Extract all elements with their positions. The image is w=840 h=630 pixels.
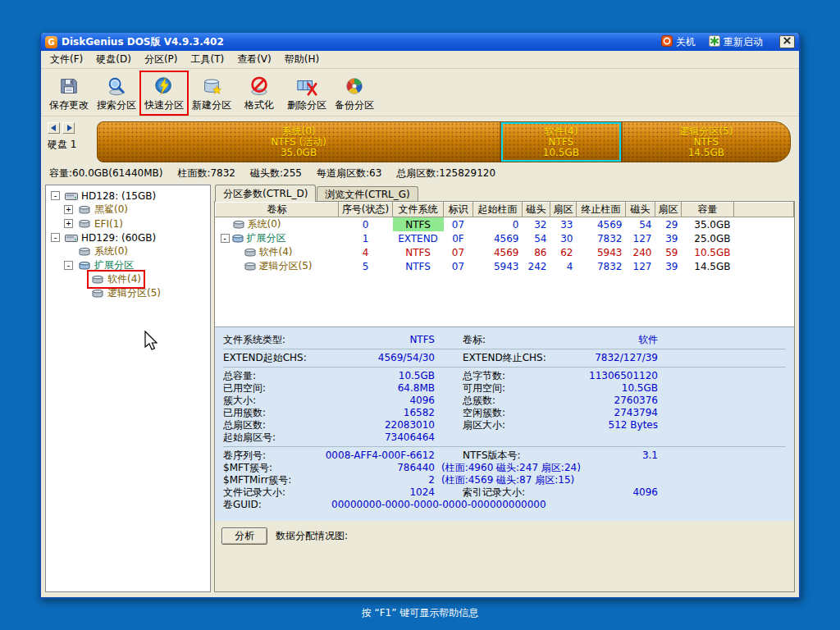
disk-bar-segment[interactable]: 系统(0)NTFS (活动)35.0GB: [98, 122, 501, 162]
column-header[interactable]: 扇区: [550, 203, 577, 217]
tree-item-label: HD129: (60GB): [81, 232, 156, 244]
menu-item[interactable]: 工具(T): [184, 51, 231, 68]
partition-row[interactable]: 系统(0)0NTFS07032334569542935.0GB: [216, 217, 794, 232]
segment-fs: NTFS: [694, 137, 719, 148]
disk-info-item: 柱面数:7832: [177, 167, 235, 179]
detail-value: 22083010: [323, 419, 435, 431]
search-icon: [106, 75, 127, 98]
toolbar: 保存更改搜索分区快速分区新建分区格式化删除分区备份分区: [41, 69, 799, 116]
tree-item-label: HD128: (15GB): [81, 190, 156, 202]
prev-disk-button[interactable]: [48, 122, 60, 134]
toolbar-button[interactable]: 格式化: [236, 72, 282, 114]
detail-value: 64.8MB: [323, 382, 435, 395]
next-disk-button[interactable]: [62, 122, 75, 134]
tree-item-label: 软件(4): [107, 272, 141, 286]
toolbar-button[interactable]: 新建分区: [189, 72, 235, 114]
restart-icon: [709, 35, 720, 49]
disk-icon: [65, 233, 78, 243]
tree-item[interactable]: +黑鲨(0): [48, 203, 208, 217]
detail-row: 文件记录大小:1024索引记录大小:4096: [215, 486, 794, 499]
menu-item[interactable]: 分区(P): [138, 51, 185, 68]
column-header[interactable]: 终止柱面: [577, 203, 626, 217]
menu-item[interactable]: 硬盘(D): [89, 51, 138, 68]
partition-cell: 30: [550, 231, 577, 245]
toolbar-button[interactable]: 备份分区: [331, 72, 377, 114]
column-header[interactable]: 标识: [444, 203, 473, 217]
disk-bar-segment[interactable]: 软件(4)NTFS10.5GB: [501, 122, 623, 162]
detail-value: 1024: [323, 486, 435, 499]
column-header[interactable]: 起始柱面: [473, 203, 523, 217]
tree-item[interactable]: 软件(4): [48, 272, 208, 286]
detail-label: EXTEND起始CHS:: [223, 352, 323, 364]
detail-label: 起始扇区号:: [223, 431, 323, 444]
tab-browse-files[interactable]: 浏览文件(CTRL_G): [317, 186, 418, 202]
main-content: -HD128: (15GB)+黑鲨(0)+EFI(1)-HD129: (60GB…: [41, 182, 799, 597]
detail-label: 卷GUID:: [223, 499, 323, 511]
menu-item[interactable]: 文件(F): [43, 51, 89, 68]
status-hint: 按 “F1” 键可显示帮助信息: [0, 606, 840, 620]
toolbar-button[interactable]: 搜索分区: [94, 72, 139, 114]
tab-partition-params[interactable]: 分区参数(CTRL_D): [215, 185, 316, 202]
detail-label: 总簇数:: [463, 395, 579, 407]
tree-item[interactable]: 逻辑分区(5): [48, 286, 208, 300]
column-header[interactable]: 序号(状态): [339, 203, 393, 217]
detail-label: 卷标:: [463, 334, 579, 346]
toolbar-button[interactable]: 删除分区: [284, 72, 330, 114]
tree-item-label: 逻辑分区(5): [107, 286, 161, 300]
detail-divider: [223, 446, 786, 447]
column-header[interactable]: 磁头: [626, 203, 655, 217]
toolbar-button[interactable]: 快速分区: [141, 72, 187, 114]
partition-cell: 07: [444, 217, 473, 232]
window-title: DiskGenius DOS版 V4.9.3.402: [62, 35, 224, 49]
partition-row[interactable]: 软件(4)4NTFS074569866259432405910.5GB: [216, 245, 794, 259]
column-header[interactable]: 容量: [682, 203, 734, 217]
tree-item[interactable]: -扩展分区: [48, 258, 208, 272]
column-header[interactable]: 卷标: [216, 203, 339, 217]
tree-item[interactable]: +EFI(1): [48, 217, 208, 231]
partition-cell: 54: [626, 217, 655, 232]
tree-item[interactable]: -HD128: (15GB): [48, 189, 208, 203]
delete-partition-icon: [296, 75, 317, 98]
column-header[interactable]: 扇区: [655, 203, 682, 217]
partition-name: 扩展分区: [247, 232, 286, 244]
menu-item[interactable]: 查看(V): [231, 51, 278, 68]
analyze-button[interactable]: 分析: [221, 527, 267, 545]
partition-cell: 10.5GB: [682, 245, 734, 259]
column-header[interactable]: 文件系统: [393, 203, 444, 217]
tree-item[interactable]: 系统(0): [48, 244, 208, 258]
tree-expander[interactable]: -: [51, 191, 60, 200]
disk-bar-segment[interactable]: 逻辑分区(5)NTFS14.5GB: [623, 122, 790, 162]
tree-expander[interactable]: -: [51, 233, 60, 242]
detail-value: 4096: [579, 486, 658, 499]
titlebar[interactable]: G DiskGenius DOS版 V4.9.3.402 关机 重新启动: [41, 33, 799, 51]
partition-row[interactable]: 逻辑分区(5)5NTFS075943242478321273914.5GB: [216, 259, 794, 273]
detail-label: 簇大小:: [223, 395, 323, 407]
partition-cell: 4: [550, 259, 577, 273]
menu-item[interactable]: 帮助(H): [278, 51, 326, 68]
tree-item-label: 扩展分区: [94, 258, 134, 272]
partition-cell: 1: [339, 231, 393, 245]
partition-row[interactable]: -扩展分区1EXTEND0F4569543078321273925.0GB: [216, 231, 794, 245]
tree-expander[interactable]: -: [64, 261, 73, 270]
tree-expander[interactable]: +: [64, 219, 73, 228]
disk-info-item: 磁头数:255: [250, 167, 302, 179]
tree-item[interactable]: -HD129: (60GB): [48, 231, 208, 244]
titlebar-buttons: 关机 重新启动: [661, 35, 795, 49]
partition-cell: 5943: [577, 245, 626, 259]
tree-expander[interactable]: +: [64, 205, 73, 214]
restart-button[interactable]: 重新启动: [709, 35, 763, 49]
partition-cell: NTFS: [393, 259, 444, 273]
detail-value: 3.1: [579, 450, 658, 462]
shutdown-button[interactable]: 关机: [661, 35, 696, 49]
column-header[interactable]: 磁头: [523, 203, 550, 217]
backup-partition-icon: [344, 75, 365, 98]
detail-row: $MFTMirr簇号:2(柱面:4569 磁头:87 扇区:15): [215, 474, 794, 486]
partition-cell-filler: [734, 245, 794, 259]
right-arrow-icon: [66, 122, 72, 134]
tree-expander[interactable]: -: [221, 234, 230, 243]
detail-value: 10.5GB: [579, 382, 658, 395]
close-button[interactable]: [779, 35, 795, 48]
partition-cell: EXTEND: [393, 231, 444, 245]
tree-item-label: 黑鲨(0): [94, 203, 128, 217]
toolbar-button[interactable]: 保存更改: [46, 72, 92, 114]
